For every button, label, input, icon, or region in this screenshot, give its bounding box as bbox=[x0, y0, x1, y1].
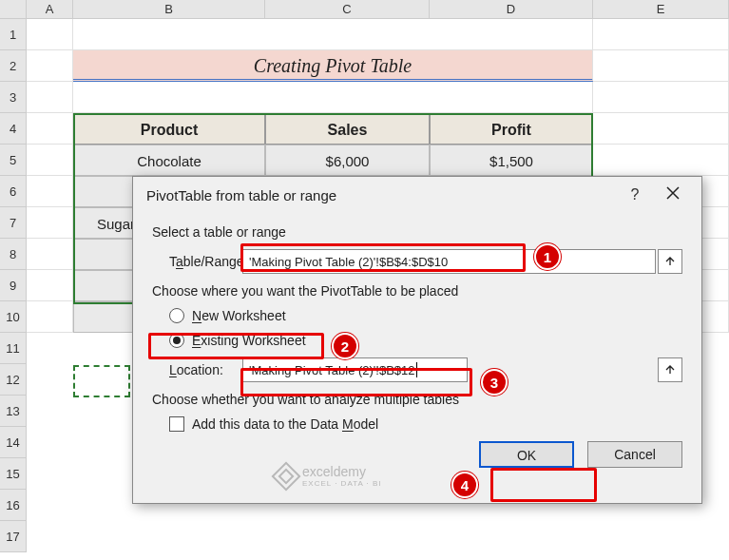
row-5[interactable]: 5 bbox=[0, 145, 27, 176]
row-3[interactable]: 3 bbox=[0, 82, 27, 113]
radio-icon bbox=[169, 308, 184, 323]
target-cell-marquee bbox=[73, 365, 130, 397]
range-picker-icon bbox=[664, 256, 676, 267]
select-all[interactable] bbox=[0, 0, 27, 18]
dialog-title: PivotTable from table or range bbox=[146, 187, 616, 203]
col-A[interactable]: A bbox=[27, 0, 73, 18]
radio-existing-label: Existing Worksheet bbox=[192, 333, 306, 348]
range-picker-icon bbox=[664, 364, 676, 376]
row-15[interactable]: 15 bbox=[0, 458, 27, 490]
help-button[interactable]: ? bbox=[616, 186, 654, 203]
row-13[interactable]: 13 bbox=[0, 396, 27, 427]
dialog-titlebar[interactable]: PivotTable from table or range ? bbox=[133, 177, 701, 213]
section-placement: Choose where you want the PivotTable to … bbox=[152, 283, 682, 299]
row-16[interactable]: 16 bbox=[0, 490, 27, 521]
row-11[interactable]: 11 bbox=[0, 333, 27, 364]
row-8[interactable]: 8 bbox=[0, 239, 27, 270]
row-headers: 1 2 3 4 5 6 7 8 9 10 11 12 13 14 15 16 1… bbox=[0, 19, 27, 552]
cancel-button[interactable]: Cancel bbox=[587, 441, 682, 468]
checkbox-data-model[interactable]: Add this data to the Data Model bbox=[169, 416, 682, 432]
col-B[interactable]: B bbox=[73, 0, 265, 18]
row-7[interactable]: 7 bbox=[0, 207, 27, 239]
collapse-dialog-button-location[interactable] bbox=[658, 357, 682, 382]
callout-1: 1 bbox=[534, 243, 561, 270]
radio-icon-checked bbox=[169, 333, 184, 348]
col-C[interactable]: C bbox=[265, 0, 430, 18]
radio-new-label: New Worksheet bbox=[192, 308, 286, 323]
ok-button[interactable]: OK bbox=[479, 441, 574, 468]
callout-2: 2 bbox=[332, 333, 358, 359]
location-label: Location: bbox=[152, 362, 242, 377]
row-4[interactable]: 4 bbox=[0, 113, 27, 145]
sheet-title: Creating Pivot Table bbox=[73, 50, 593, 82]
col-E[interactable]: E bbox=[593, 0, 729, 18]
row-1[interactable]: 1 bbox=[0, 19, 27, 50]
table-range-label: Table/Range: bbox=[152, 254, 242, 269]
close-icon bbox=[666, 186, 680, 200]
row-9[interactable]: 9 bbox=[0, 270, 27, 301]
callout-3: 3 bbox=[481, 369, 508, 396]
section-multiple-tables: Choose whether you want to analyze multi… bbox=[152, 392, 682, 407]
checkbox-icon bbox=[169, 416, 184, 432]
row-10[interactable]: 10 bbox=[0, 301, 27, 333]
callout-4: 4 bbox=[451, 472, 478, 498]
col-D[interactable]: D bbox=[430, 0, 593, 18]
table-range-input[interactable]: 'Making Pivot Table (2)'!$B$4:$D$10 bbox=[242, 249, 656, 274]
column-headers: A B C D E bbox=[0, 0, 729, 19]
checkbox-label: Add this data to the Data Model bbox=[192, 416, 378, 432]
pivot-dialog: PivotTable from table or range ? Select … bbox=[132, 176, 702, 504]
row-6[interactable]: 6 bbox=[0, 176, 27, 207]
radio-existing-worksheet[interactable]: Existing Worksheet bbox=[169, 333, 682, 348]
row-14[interactable]: 14 bbox=[0, 427, 27, 458]
radio-new-worksheet[interactable]: New Worksheet bbox=[169, 308, 682, 323]
close-button[interactable] bbox=[654, 186, 692, 203]
collapse-dialog-button[interactable] bbox=[658, 249, 682, 274]
section-select-range: Select a table or range bbox=[152, 224, 682, 240]
row-2[interactable]: 2 bbox=[0, 50, 27, 82]
row-17[interactable]: 17 bbox=[0, 521, 27, 552]
location-input[interactable]: 'Making Pivot Table (2)'!$B$12 bbox=[242, 357, 468, 382]
row-12[interactable]: 12 bbox=[0, 364, 27, 396]
